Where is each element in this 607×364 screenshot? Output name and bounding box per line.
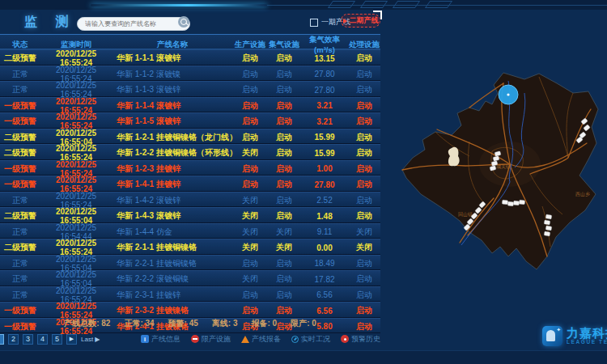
restrict-icon — [191, 335, 199, 343]
table-row[interactable]: 一级预警2020/12/25 16:55:24华新 2-3-2 挂镀镍铬启动启动… — [0, 302, 380, 318]
cell-name: 华新 2-1-1 挂镀铜镍铬 — [112, 242, 233, 253]
photo-marker[interactable] — [519, 200, 524, 205]
cell-name: 华新 2-2-1 挂镀铜镍铬 — [112, 258, 233, 269]
table-row[interactable]: 一级预警2020/12/25 16:55:24华新 1-4-1 挂镀锌启动启动2… — [0, 176, 380, 192]
search-box[interactable] — [77, 15, 190, 28]
col-time: 监测时间 — [40, 40, 112, 50]
cell-treatment: 启动 — [348, 116, 380, 127]
table-row[interactable]: 二级预警2020/12/25 16:55:04华新 1-4-3 滚镀锌关闭启动1… — [0, 207, 380, 223]
table-row[interactable]: 正常2020/12/25 16:55:04华新 2-2-1 挂镀铜镍铬启动启动1… — [0, 255, 380, 271]
lake-area — [448, 147, 460, 167]
photo-marker[interactable] — [545, 214, 552, 219]
deco-shape — [425, 1, 452, 8]
table-row[interactable]: 一级预警2020/12/25 16:55:24华新 1-2-3 挂镀锌启动启动1… — [0, 160, 380, 176]
cell-name: 华新 1-1-4 滚镀锌 — [112, 100, 233, 112]
checkbox-icon[interactable] — [310, 19, 318, 27]
photo-marker[interactable] — [502, 200, 507, 205]
table-row[interactable]: 正常2020/12/25 16:55:04华新 2-2-2 滚镀铜镍关闭启动17… — [0, 270, 380, 286]
cell-production: 关闭 — [233, 195, 267, 206]
cell-treatment: 启动 — [348, 290, 380, 301]
cell-treatment: 启动 — [348, 258, 380, 269]
district-map[interactable]: 城关镇西山乡回山镇 — [388, 44, 607, 320]
legend-item[interactable]: 实时工况 — [291, 334, 330, 345]
col-efficiency: 集气效率(m³/s) — [301, 35, 348, 54]
cell-production: 启动 — [233, 53, 267, 64]
legend-item[interactable]: 产线报备 — [241, 334, 281, 345]
cell-treatment: 启动 — [348, 163, 380, 175]
cell-production: 启动 — [233, 305, 267, 316]
legend-item[interactable]: 预警历史 — [341, 334, 380, 345]
photo-marker[interactable] — [507, 201, 513, 206]
search-button[interactable] — [178, 16, 189, 28]
photo-marker[interactable] — [544, 231, 550, 236]
alarm-history-icon — [341, 335, 349, 343]
legend-item[interactable]: i产线信息 — [141, 334, 180, 345]
page-button[interactable]: 3 — [23, 334, 33, 345]
cell-efficiency: 27.80 — [301, 70, 348, 78]
next-page-button[interactable]: ▶ — [66, 334, 77, 345]
cell-treatment: 关闭 — [348, 226, 380, 238]
col-treatment: 处理设施 — [348, 40, 380, 50]
table-row[interactable]: 正常2020/12/25 16:55:24华新 1-1-3 滚镀锌启动启动27.… — [0, 81, 380, 97]
table-row[interactable]: 二级预警2020/12/25 16:55:04华新 1-2-1 挂镀铜镍铬（龙门… — [0, 129, 380, 145]
cell-efficiency: 9.11 — [301, 227, 348, 236]
cell-status: 二级预警 — [0, 210, 40, 222]
legend-label: 实时工况 — [301, 334, 330, 345]
deco-shape — [360, 1, 388, 8]
cell-production: 启动 — [233, 258, 267, 269]
summary-item: 预警: 45 — [168, 318, 198, 329]
table-row[interactable]: 一级预警2020/12/25 16:55:24华新 1-1-4 滚镀锌启动启动3… — [0, 97, 380, 113]
cell-status: 一级预警 — [0, 163, 40, 175]
cell-treatment: 关闭 — [348, 242, 380, 253]
cell-treatment: 启动 — [348, 69, 380, 80]
cell-efficiency: 27.80 — [301, 180, 348, 189]
table-row[interactable]: 正常2020/12/25 16:54:44华新 1-4-4 仿金关闭关闭9.11… — [0, 223, 380, 239]
logo-icon — [542, 326, 562, 346]
cluster-marker[interactable] — [499, 85, 518, 104]
cell-gas: 启动 — [267, 258, 301, 269]
cell-efficiency: 6.56 — [301, 307, 348, 315]
cell-production: 启动 — [233, 69, 267, 80]
cell-gas: 启动 — [267, 147, 301, 159]
monitor-table: 状态 监测时间 产线名称 生产设施 集气设施 集气效率(m³/s) 处理设施 二… — [0, 34, 380, 333]
search-input[interactable] — [77, 17, 190, 31]
footer-strip — [0, 350, 607, 364]
page-current-partial[interactable] — [0, 334, 4, 345]
photo-marker[interactable] — [544, 220, 550, 225]
cell-name: 华新 1-4-4 仿金 — [112, 226, 233, 238]
cell-status: 正常 — [0, 84, 40, 95]
table-header: 状态 监测时间 产线名称 生产设施 集气设施 集气效率(m³/s) 处理设施 — [0, 34, 380, 49]
cell-treatment: 启动 — [348, 195, 380, 206]
table-row[interactable]: 二级预警2020/12/25 16:55:24华新 2-1-1 挂镀铜镍铬关闭关… — [0, 239, 380, 255]
table-row[interactable]: 一级预警2020/12/25 16:55:24华新 1-1-5 滚镀锌启动启动3… — [0, 112, 380, 129]
cell-name: 华新 1-2-2 挂镀铜镍铬（环形线） — [112, 147, 233, 159]
page-button[interactable]: 4 — [37, 334, 48, 345]
table-row[interactable]: 正常2020/12/25 16:55:24华新 1-4-2 滚镀锌关闭启动2.5… — [0, 192, 380, 208]
last-page-button[interactable]: Last ▶ — [81, 334, 100, 345]
cell-production: 关闭 — [233, 210, 267, 222]
pagination: 2345 — [8, 334, 66, 345]
cell-name: 华新 1-4-2 滚镀锌 — [112, 195, 233, 206]
cell-status: 一级预警 — [0, 305, 40, 316]
legend-label: 产线信息 — [151, 334, 180, 345]
cell-treatment: 启动 — [348, 100, 380, 112]
page-button[interactable]: 5 — [52, 334, 62, 345]
table-row[interactable]: 正常2020/12/25 16:55:24华新 2-3-1 挂镀锌启动启动6.5… — [0, 286, 380, 303]
summary-item: 限产: 0 — [291, 318, 316, 329]
cell-efficiency: 15.99 — [301, 149, 348, 158]
table-row[interactable]: 二级预警2020/12/25 16:55:24华新 1-2-2 挂镀铜镍铬（环形… — [0, 144, 380, 160]
cell-production: 关闭 — [233, 273, 267, 285]
page-button[interactable]: 2 — [8, 334, 19, 345]
cell-gas: 启动 — [267, 84, 301, 95]
photo-marker[interactable] — [513, 201, 519, 205]
cell-treatment: 启动 — [348, 84, 380, 95]
photo-marker[interactable] — [545, 226, 552, 231]
cell-status: 正常 — [0, 226, 40, 238]
table-row[interactable]: 正常2020/12/25 16:55:24华新 1-1-2 滚镀镍启动启动27.… — [0, 66, 380, 82]
cell-production: 启动 — [233, 163, 267, 175]
cell-gas: 启动 — [267, 163, 301, 175]
col-status: 状态 — [0, 40, 40, 50]
legend-item[interactable]: 限产设施 — [191, 334, 231, 345]
cell-status: 二级预警 — [0, 242, 40, 253]
cell-production: 关闭 — [233, 147, 267, 159]
